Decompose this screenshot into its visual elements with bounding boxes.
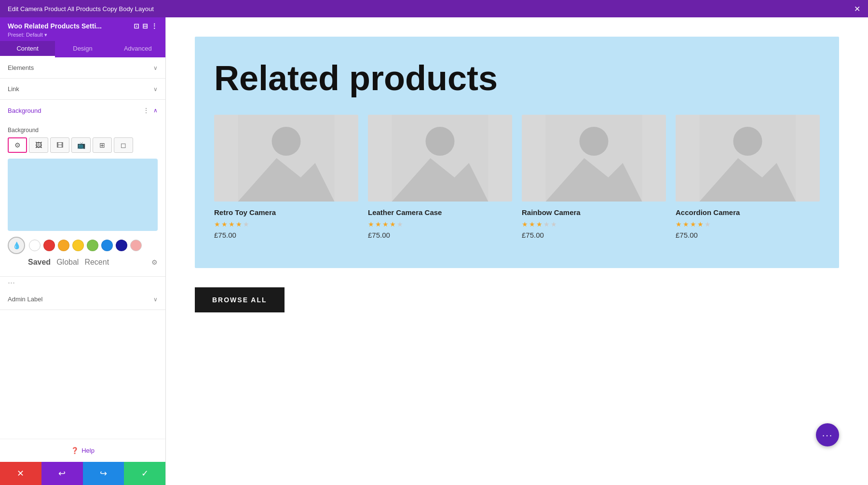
more-icon[interactable]: ⋮ xyxy=(151,22,158,30)
star-4: ★ xyxy=(390,220,396,228)
section-background: Background ⋮ ∧ Background ⚙ 🖼 xyxy=(0,100,165,277)
star-2: ★ xyxy=(683,220,689,228)
related-products-section: Related products Retro Toy Camera ★ xyxy=(195,37,839,268)
color-preview-swatch[interactable] xyxy=(8,159,158,231)
star-3: ★ xyxy=(690,220,696,228)
recent-label[interactable]: Recent xyxy=(84,258,109,267)
svg-point-10 xyxy=(733,127,762,156)
svg-point-1 xyxy=(272,127,301,156)
bg-type-video-btn[interactable]: 🎞 xyxy=(50,137,69,153)
copy-icon[interactable]: ⊡ xyxy=(134,22,139,30)
bg-type-image-btn[interactable]: 🖼 xyxy=(29,137,48,153)
widget-icons: ⊡ ⊟ ⋮ xyxy=(134,22,158,30)
section-link: Link ∨ xyxy=(0,79,165,100)
video-icon: 🎞 xyxy=(56,141,63,149)
products-grid: Retro Toy Camera ★ ★ ★ ★ ★ £75.00 xyxy=(214,115,820,239)
browse-all-button[interactable]: BROWSE ALL xyxy=(195,287,285,312)
global-label[interactable]: Global xyxy=(56,258,79,267)
tab-content[interactable]: Content xyxy=(0,41,55,57)
redo-icon: ↪ xyxy=(100,468,107,479)
dots-divider: ··· xyxy=(0,277,165,289)
section-link-header[interactable]: Link ∨ xyxy=(0,79,165,99)
close-icon[interactable]: ✕ xyxy=(854,4,860,13)
swatch-navy[interactable] xyxy=(116,240,127,251)
swatch-salmon[interactable] xyxy=(130,240,142,251)
product-image xyxy=(676,115,820,202)
widget-title-row: Woo Related Products Setti... ⊡ ⊟ ⋮ xyxy=(8,22,158,30)
sidebar-tabs: Content Design Advanced xyxy=(0,41,165,57)
save-icon: ✓ xyxy=(141,468,149,479)
product-price: £75.00 xyxy=(676,231,820,239)
product-name: Leather Camera Case xyxy=(368,208,512,216)
preset-selector[interactable]: Preset: Default ▾ xyxy=(8,32,158,38)
section-admin-label-header[interactable]: Admin Label ∨ xyxy=(0,289,165,310)
title-bar: Edit Camera Product All Products Copy Bo… xyxy=(0,0,868,17)
product-name: Rainbow Camera xyxy=(522,208,666,216)
chevron-down-icon: ∨ xyxy=(153,296,158,303)
gear-icon[interactable]: ⚙ xyxy=(151,258,158,266)
star-3: ★ xyxy=(382,220,389,228)
star-2: ★ xyxy=(375,220,381,228)
bg-type-color-btn[interactable]: ⚙ xyxy=(8,137,27,153)
image-icon: 🖼 xyxy=(35,141,42,149)
star-5: ★ xyxy=(705,220,711,228)
bg-type-slideshow-btn[interactable]: 📺 xyxy=(71,137,91,153)
columns-icon[interactable]: ⊟ xyxy=(142,22,148,30)
cancel-button[interactable]: ✕ xyxy=(0,462,41,485)
star-3: ★ xyxy=(229,220,235,228)
color-picker-row: 💧 xyxy=(8,237,158,254)
svg-point-7 xyxy=(580,127,609,156)
swatch-orange[interactable] xyxy=(58,240,69,251)
star-4: ★ xyxy=(697,220,704,228)
tab-advanced[interactable]: Advanced xyxy=(110,41,165,57)
product-card: Accordion Camera ★ ★ ★ ★ ★ £75.00 xyxy=(676,115,820,239)
swatch-blue[interactable] xyxy=(101,240,113,251)
product-price: £75.00 xyxy=(522,231,666,239)
fab-button[interactable]: ··· xyxy=(816,423,839,446)
star-3: ★ xyxy=(536,220,542,228)
product-stars: ★ ★ ★ ★ ★ xyxy=(368,220,512,228)
redo-button[interactable]: ↪ xyxy=(83,462,124,485)
star-2: ★ xyxy=(529,220,535,228)
eyedropper-button[interactable]: 💧 xyxy=(8,237,25,254)
tab-design[interactable]: Design xyxy=(55,41,110,57)
bottom-toolbar: ✕ ↩ ↪ ✓ xyxy=(0,462,165,485)
swatch-yellow[interactable] xyxy=(72,240,84,251)
pattern-icon: ⊞ xyxy=(99,141,105,149)
swatch-red[interactable] xyxy=(43,240,55,251)
more-dots-icon[interactable]: ··· xyxy=(8,278,15,287)
cancel-icon: ✕ xyxy=(17,468,24,479)
bg-type-hover-btn[interactable]: ◻ xyxy=(114,137,133,153)
section-background-header[interactable]: Background ⋮ ∧ xyxy=(0,100,165,121)
star-1: ★ xyxy=(522,220,528,228)
product-card: Leather Camera Case ★ ★ ★ ★ ★ £75.00 xyxy=(368,115,512,239)
product-price: £75.00 xyxy=(368,231,512,239)
fab-icon: ··· xyxy=(822,430,833,441)
section-link-label: Link xyxy=(8,85,19,93)
help-section[interactable]: ❓ Help xyxy=(0,439,165,462)
swatch-white[interactable] xyxy=(29,240,41,251)
saved-label[interactable]: Saved xyxy=(28,258,51,267)
product-card: Retro Toy Camera ★ ★ ★ ★ ★ £75.00 xyxy=(214,115,358,239)
star-5: ★ xyxy=(243,220,249,228)
section-elements-header[interactable]: Elements ∨ xyxy=(0,57,165,78)
section-admin-label-text: Admin Label xyxy=(8,296,42,303)
background-label: Background xyxy=(8,127,158,134)
star-2: ★ xyxy=(221,220,228,228)
swatch-green[interactable] xyxy=(87,240,98,251)
save-button[interactable]: ✓ xyxy=(124,462,165,485)
section-elements: Elements ∨ xyxy=(0,57,165,79)
product-stars: ★ ★ ★ ★ ★ xyxy=(676,220,820,228)
section-admin-label: Admin Label ∨ xyxy=(0,289,165,310)
section-elements-label: Elements xyxy=(8,64,34,71)
more-options-icon[interactable]: ⋮ xyxy=(143,107,149,114)
product-card: Rainbow Camera ★ ★ ★ ★ ★ £75.00 xyxy=(522,115,666,239)
chevron-down-icon: ∨ xyxy=(153,65,158,71)
product-price: £75.00 xyxy=(214,231,358,239)
product-name: Retro Toy Camera xyxy=(214,208,358,216)
star-5: ★ xyxy=(397,220,403,228)
bg-type-pattern-btn[interactable]: ⊞ xyxy=(93,137,112,153)
undo-button[interactable]: ↩ xyxy=(41,462,83,485)
background-type-buttons: ⚙ 🖼 🎞 📺 ⊞ ◻ xyxy=(8,137,158,153)
color-swatches xyxy=(29,240,142,251)
